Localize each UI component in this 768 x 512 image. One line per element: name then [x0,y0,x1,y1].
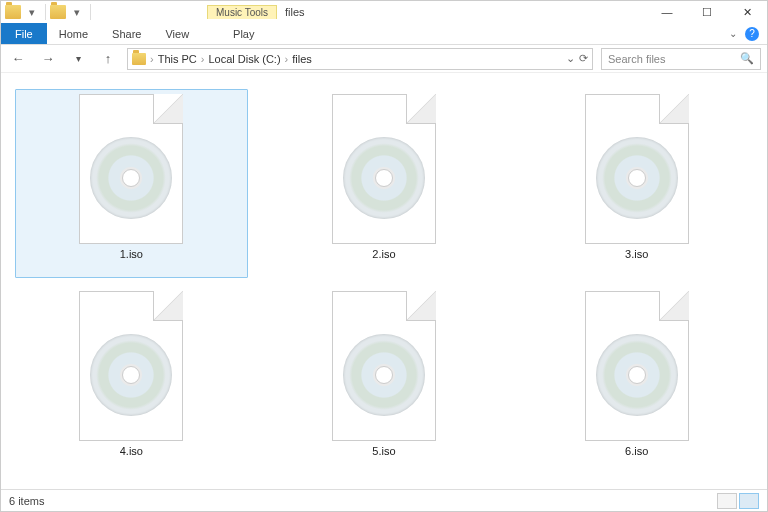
chevron-right-icon: › [201,53,205,65]
item-count: 6 items [9,495,44,507]
address-bar[interactable]: › This PC › Local Disk (C:) › files ⌄ ⟳ [127,48,593,70]
breadcrumb-local-disk[interactable]: Local Disk (C:) [208,53,280,65]
tab-view[interactable]: View [153,23,201,44]
collapse-ribbon-icon[interactable]: ⌄ [729,28,737,39]
folder-icon [132,53,146,65]
help-icon[interactable]: ? [745,27,759,41]
iso-file-icon [324,291,444,441]
iso-file-icon [577,291,697,441]
file-item[interactable]: 5.iso [268,286,501,475]
file-item[interactable]: 4.iso [15,286,248,475]
address-bar-buttons: ⌄ ⟳ [566,52,588,65]
open-folder-icon[interactable] [50,5,66,19]
minimize-button[interactable]: — [647,1,687,23]
iso-file-icon [71,291,191,441]
file-grid: 1.iso2.iso3.iso4.iso5.iso6.iso [1,75,767,489]
view-mode-buttons [717,493,759,509]
contextual-tab-label: Music Tools [207,5,277,19]
quick-access-toolbar: ▾ ▾ [1,3,97,21]
ribbon-tabs: File Home Share View Play ⌄ ? [1,23,767,45]
breadcrumb-files[interactable]: files [292,53,312,65]
file-name: 3.iso [625,248,648,260]
file-item[interactable]: 1.iso [15,89,248,278]
search-placeholder: Search files [608,53,665,65]
separator [90,4,91,20]
recent-locations-icon[interactable]: ▾ [67,48,89,70]
file-name: 6.iso [625,445,648,457]
previous-locations-icon[interactable]: ⌄ [566,52,575,65]
file-name: 1.iso [120,248,143,260]
breadcrumb-this-pc[interactable]: This PC [158,53,197,65]
close-button[interactable]: ✕ [727,1,767,23]
file-name: 5.iso [372,445,395,457]
back-button[interactable]: ← [7,48,29,70]
window-controls: — ☐ ✕ [647,1,767,23]
file-item[interactable]: 6.iso [520,286,753,475]
file-item[interactable]: 2.iso [268,89,501,278]
refresh-icon[interactable]: ⟳ [579,52,588,65]
search-icon: 🔍 [740,52,754,65]
forward-button[interactable]: → [37,48,59,70]
ribbon-right: ⌄ ? [729,23,767,44]
iso-file-icon [577,94,697,244]
chevron-right-icon: › [285,53,289,65]
file-name: 2.iso [372,248,395,260]
file-item[interactable]: 3.iso [520,89,753,278]
qat-dropdown-icon[interactable]: ▾ [23,3,41,21]
iso-file-icon [71,94,191,244]
search-input[interactable]: Search files 🔍 [601,48,761,70]
app-icon [5,5,21,19]
separator [45,4,46,20]
qat-overflow-icon[interactable]: ▾ [68,3,86,21]
iso-file-icon [324,94,444,244]
status-bar: 6 items [1,489,767,511]
tab-play[interactable]: Play [221,23,266,44]
up-button[interactable]: ↑ [97,48,119,70]
details-view-button[interactable] [717,493,737,509]
navigation-bar: ← → ▾ ↑ › This PC › Local Disk (C:) › fi… [1,45,767,73]
tab-home[interactable]: Home [47,23,100,44]
window-title: files [285,6,305,18]
icons-view-button[interactable] [739,493,759,509]
title-bar: ▾ ▾ Music Tools files — ☐ ✕ [1,1,767,23]
tab-share[interactable]: Share [100,23,153,44]
file-name: 4.iso [120,445,143,457]
tab-file[interactable]: File [1,23,47,44]
chevron-right-icon: › [150,53,154,65]
maximize-button[interactable]: ☐ [687,1,727,23]
